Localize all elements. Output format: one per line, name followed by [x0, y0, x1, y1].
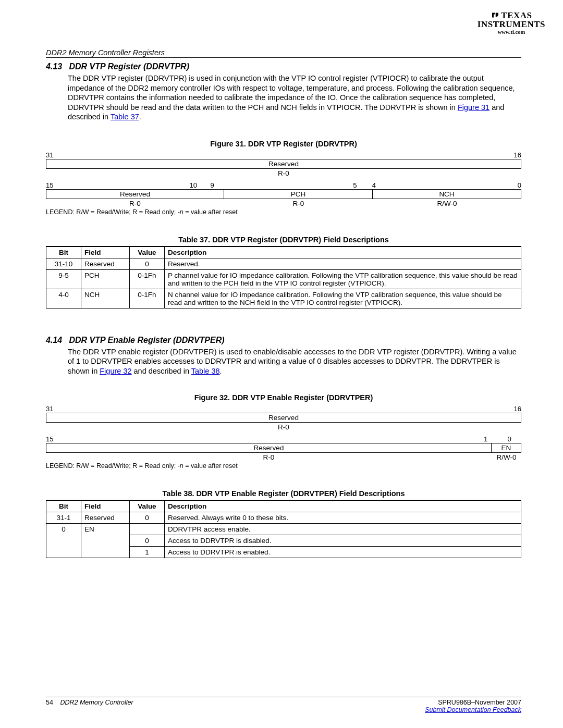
- table-38: Bit Field Value Description 31-1 Reserve…: [46, 500, 521, 558]
- table-row: 0 EN DDRVTPR access enable.: [46, 524, 521, 535]
- para-text: .: [220, 367, 222, 375]
- cell-bit: 31-1: [46, 512, 81, 524]
- cell-value: 0: [130, 258, 165, 269]
- cell-value: 1: [130, 547, 165, 558]
- bit-label: 16: [507, 151, 521, 159]
- legend-text: = value after reset: [183, 208, 238, 216]
- col-value: Value: [130, 246, 165, 258]
- reg-field-reserved: Reserved: [46, 159, 521, 169]
- logo-url: www.ti.com: [478, 29, 545, 35]
- table-37-link[interactable]: Table 37: [111, 113, 139, 121]
- cell-desc: DDRVTPR access enable.: [165, 524, 521, 535]
- section-414-body: The DDR VTP enable register (DDRVTPER) i…: [68, 347, 521, 376]
- para-text: .: [139, 113, 141, 121]
- footer-doc-id: SPRU986B–November 2007: [438, 699, 521, 706]
- reg-field-reserved: Reserved: [46, 189, 224, 199]
- reg-access: R-0: [46, 169, 521, 177]
- table-row: 9-5 PCH 0-1Fh P channel value for IO imp…: [46, 269, 521, 289]
- section-413-body: The DDR VTP register (DDRVTPR) is used i…: [68, 73, 521, 122]
- reg-access: R-0: [46, 453, 492, 461]
- register-legend: LEGEND: R/W = Read/Write; R = Read only;…: [46, 208, 521, 216]
- reg-field-en: EN: [492, 443, 521, 453]
- ti-logo: TEXAS INSTRUMENTS www.ti.com: [478, 10, 545, 35]
- legend-n: n: [180, 208, 183, 216]
- table-row: 0 Access to DDRVTPR is disabled.: [46, 535, 521, 547]
- cell-desc: Access to DDRVTPR is enabled.: [165, 547, 521, 558]
- cell-bit: [46, 535, 81, 547]
- table-37: Bit Field Value Description 31-10 Reserv…: [46, 246, 521, 309]
- cell-field: [81, 547, 130, 558]
- cell-field: Reserved: [81, 512, 130, 524]
- cell-desc: N channel value for IO impedance calibra…: [165, 289, 521, 308]
- cell-value: 0: [130, 535, 165, 547]
- bit-label: 5: [346, 181, 364, 189]
- page-number: 54: [46, 699, 53, 706]
- cell-bit: 9-5: [46, 269, 81, 289]
- bit-label: 16: [507, 405, 521, 413]
- reg-access: R-0: [46, 423, 521, 431]
- feedback-link[interactable]: Submit Documentation Feedback: [425, 706, 521, 713]
- figure-31-link[interactable]: Figure 31: [458, 103, 489, 112]
- bit-label: 0: [507, 181, 521, 189]
- bit-label: 1: [474, 435, 498, 443]
- table-row: 31-1 Reserved 0 Reserved. Always write 0…: [46, 512, 521, 524]
- footer-title: DDR2 Memory Controller: [60, 699, 133, 706]
- legend-text: LEGEND: R/W = Read/Write; R = Read only;…: [46, 208, 180, 216]
- cell-desc: P channel value for IO impedance calibra…: [165, 269, 521, 289]
- legend-text: = value after reset: [183, 462, 238, 470]
- table-38-title: Table 38. DDR VTP Enable Register (DDRVT…: [46, 489, 521, 498]
- col-description: Description: [165, 246, 521, 258]
- cell-field: EN: [81, 524, 130, 535]
- section-heading-413: 4.13 DDR VTP Register (DDRVTPR): [46, 62, 521, 71]
- col-field: Field: [81, 246, 130, 258]
- section-title: DDR VTP Enable Register (DDRVTPER): [69, 336, 224, 344]
- figure-32-title: Figure 32. DDR VTP Enable Register (DDRV…: [46, 393, 521, 402]
- figure-31: 31 16 Reserved R-0 15 10 9 5 4 0 Reserve…: [46, 151, 521, 216]
- bit-label: 10: [184, 181, 203, 189]
- figure-32: 31 16 Reserved R-0 15 1 0 Reserved EN R-…: [46, 405, 521, 470]
- col-value: Value: [130, 500, 165, 512]
- table-header-row: Bit Field Value Description: [46, 246, 521, 258]
- table-38-link[interactable]: Table 38: [191, 367, 220, 375]
- cell-bit: 0: [46, 524, 81, 535]
- reg-access: R-0: [46, 199, 224, 207]
- cell-value: 0: [130, 512, 165, 524]
- legend-n: n: [180, 462, 183, 470]
- col-description: Description: [165, 500, 521, 512]
- cell-desc: Reserved.: [165, 258, 521, 269]
- ti-chip-icon: [491, 10, 500, 20]
- table-row: 1 Access to DDRVTPR is enabled.: [46, 547, 521, 558]
- cell-field: PCH: [81, 269, 130, 289]
- bit-label: 15: [46, 435, 60, 443]
- cell-value: [130, 524, 165, 535]
- logo-line2: INSTRUMENTS: [478, 19, 545, 30]
- bit-label: 4: [364, 181, 383, 189]
- para-text: The DDR VTP register (DDRVTPR) is used i…: [68, 74, 515, 112]
- section-number: 4.13: [46, 62, 67, 71]
- reg-access: R/W-0: [373, 199, 521, 207]
- reg-field-pch: PCH: [224, 189, 373, 199]
- register-legend: LEGEND: R/W = Read/Write; R = Read only;…: [46, 462, 521, 470]
- table-37-title: Table 37. DDR VTP Register (DDRVTPR) Fie…: [46, 236, 521, 244]
- figure-32-link[interactable]: Figure 32: [100, 367, 131, 375]
- reg-field-reserved: Reserved: [46, 413, 521, 423]
- section-title: DDR VTP Register (DDRVTPR): [69, 62, 189, 71]
- cell-value: 0-1Fh: [130, 289, 165, 308]
- col-field: Field: [81, 500, 130, 512]
- reg-field-nch: NCH: [373, 189, 521, 199]
- cell-field: NCH: [81, 289, 130, 308]
- col-bit: Bit: [46, 246, 81, 258]
- cell-desc: Access to DDRVTPR is disabled.: [165, 535, 521, 547]
- document-page: TEXAS INSTRUMENTS www.ti.com DDR2 Memory…: [0, 0, 563, 728]
- section-heading-414: 4.14 DDR VTP Enable Register (DDRVTPER): [46, 336, 521, 345]
- col-bit: Bit: [46, 500, 81, 512]
- page-footer: 54 DDR2 Memory Controller SPRU986B–Novem…: [46, 697, 521, 713]
- bit-label: 0: [497, 435, 521, 443]
- legend-text: LEGEND: R/W = Read/Write; R = Read only;…: [46, 462, 180, 470]
- section-number: 4.14: [46, 336, 67, 345]
- bit-label: 9: [203, 181, 222, 189]
- page-header: DDR2 Memory Controller Registers: [46, 48, 521, 58]
- reg-access: R-0: [224, 199, 373, 207]
- cell-field: Reserved: [81, 258, 130, 269]
- cell-bit: [46, 547, 81, 558]
